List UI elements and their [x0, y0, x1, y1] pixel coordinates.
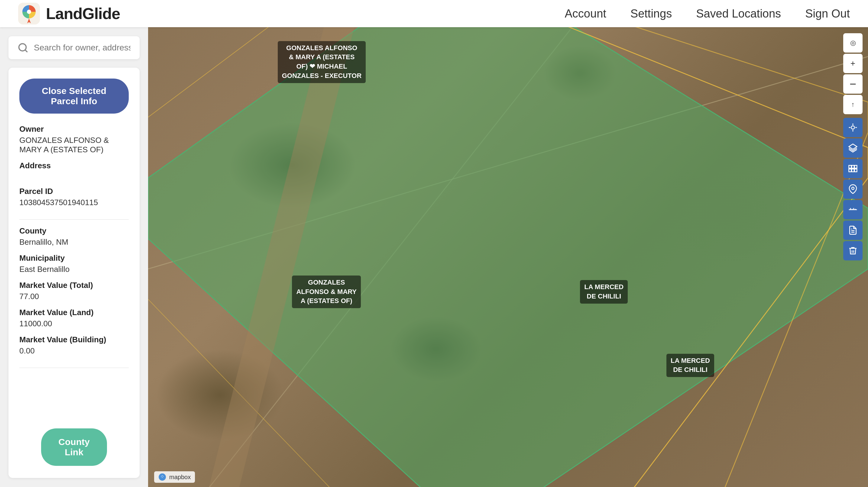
map-background — [148, 27, 868, 487]
logo-area: LandGlide — [18, 3, 120, 25]
layers-button[interactable] — [843, 138, 863, 158]
divider-1 — [19, 219, 129, 220]
parcel-id-value: 103804537501940115 — [19, 198, 129, 207]
market-value-total-label: Market Value (Total) — [19, 281, 129, 290]
svg-line-4 — [25, 50, 27, 52]
map-type-button[interactable] — [843, 159, 863, 178]
nav-account[interactable]: Account — [565, 7, 606, 20]
nav-saved-locations[interactable]: Saved Locations — [696, 7, 781, 20]
mapbox-logo-icon — [158, 473, 166, 481]
compass-button[interactable]: ◎ — [843, 33, 863, 53]
location-button[interactable] — [843, 118, 863, 137]
search-input[interactable] — [34, 43, 130, 53]
mapbox-text: mapbox — [169, 474, 191, 481]
nav-settings[interactable]: Settings — [630, 7, 672, 20]
market-value-total-value: 77.00 — [19, 292, 129, 301]
market-value-land-label: Market Value (Land) — [19, 308, 129, 317]
zoom-in-button[interactable]: + — [843, 54, 863, 73]
owner-value: GONZALES ALFONSO & MARY A (ESTATES OF) — [19, 136, 129, 154]
main-body: Close Selected Parcel Info Owner GONZALE… — [0, 27, 868, 487]
county-label: County — [19, 226, 129, 236]
svg-point-30 — [161, 476, 163, 477]
map-area[interactable]: GONZALES ALFONSO& MARY A (ESTATESOF) ❤ M… — [148, 27, 868, 487]
market-value-building-value: 0.00 — [19, 346, 129, 356]
svg-rect-19 — [852, 169, 854, 172]
mapbox-credit: mapbox — [154, 471, 195, 483]
landglide-logo-icon — [18, 3, 40, 25]
county-link-button[interactable]: County Link — [41, 428, 107, 466]
search-icon — [18, 42, 28, 53]
pin-button[interactable] — [843, 180, 863, 199]
app-header: LandGlide Account Settings Saved Locatio… — [0, 0, 868, 27]
close-parcel-button[interactable]: Close Selected Parcel Info — [19, 78, 129, 113]
app-name: LandGlide — [46, 4, 120, 23]
map-controls: ◎ + − ↑ — [838, 27, 868, 266]
zoom-out-button[interactable]: − — [843, 74, 863, 94]
svg-rect-17 — [855, 165, 857, 168]
svg-rect-18 — [849, 169, 851, 172]
report-button[interactable] — [843, 221, 863, 240]
svg-point-2 — [27, 10, 31, 14]
main-nav: Account Settings Saved Locations Sign Ou… — [565, 7, 850, 20]
svg-point-21 — [852, 187, 854, 189]
svg-rect-15 — [849, 165, 851, 168]
market-value-land-value: 11000.00 — [19, 319, 129, 328]
address-value — [19, 172, 129, 180]
municipality-label: Municipality — [19, 254, 129, 263]
svg-point-9 — [851, 126, 855, 129]
divider-2 — [19, 368, 129, 368]
search-bar[interactable] — [8, 36, 140, 59]
market-value-building-label: Market Value (Building) — [19, 335, 129, 345]
address-label: Address — [19, 161, 129, 170]
owner-label: Owner — [19, 125, 129, 134]
parcel-info-card: Close Selected Parcel Info Owner GONZALE… — [8, 68, 140, 478]
parcel-id-label: Parcel ID — [19, 187, 129, 196]
north-button[interactable]: ↑ — [843, 95, 863, 114]
nav-sign-out[interactable]: Sign Out — [805, 7, 850, 20]
svg-rect-20 — [855, 169, 857, 172]
ruler-button[interactable] — [843, 200, 863, 219]
municipality-value: East Bernalillo — [19, 265, 129, 274]
left-panel: Close Selected Parcel Info Owner GONZALE… — [0, 27, 148, 487]
svg-rect-16 — [852, 165, 854, 168]
county-value: Bernalillo, NM — [19, 237, 129, 247]
delete-button[interactable] — [843, 241, 863, 260]
